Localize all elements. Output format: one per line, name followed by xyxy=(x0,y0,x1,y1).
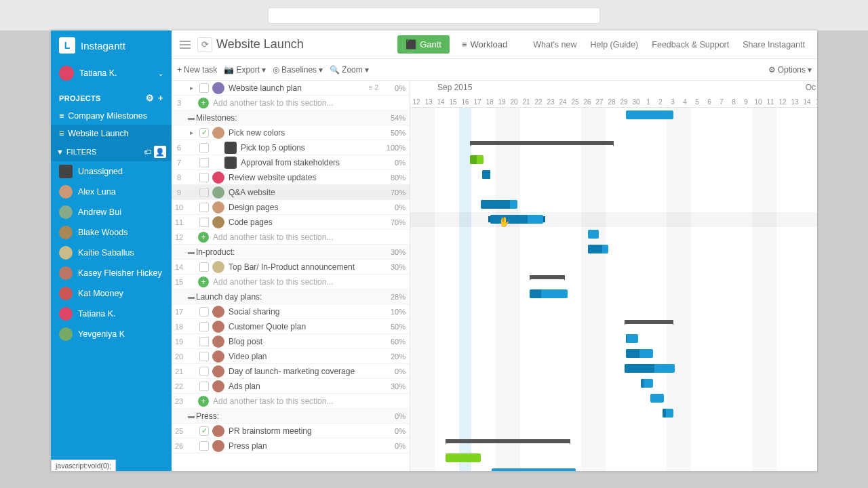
url-bar[interactable] xyxy=(268,7,600,24)
browser-chrome xyxy=(0,0,868,30)
